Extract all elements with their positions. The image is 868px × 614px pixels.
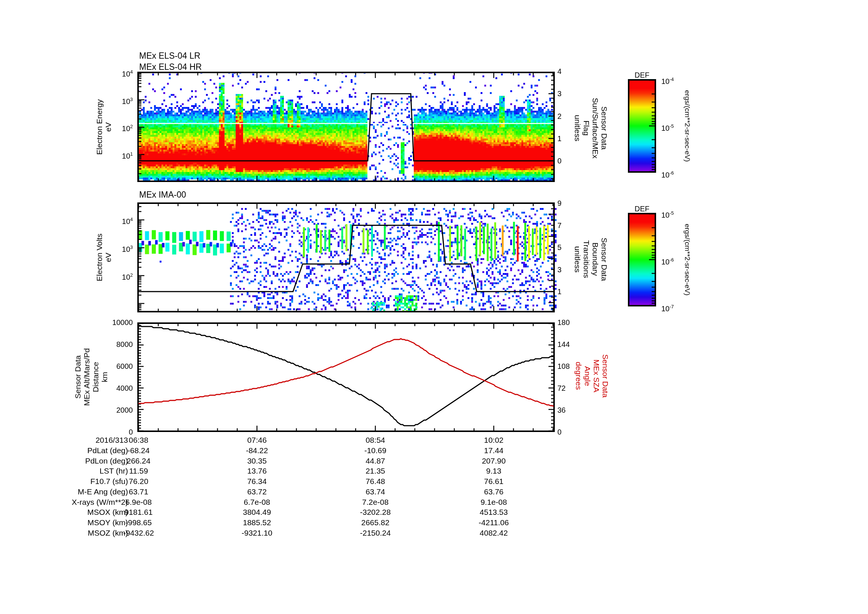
panel2-rtick-1: 7 (557, 221, 580, 230)
table-cell-1-3: 17.44 (464, 446, 524, 455)
table-cell-0-0: 06:38 (109, 435, 168, 445)
table-cell-1-2: -10.69 (346, 446, 405, 455)
table-cell-0-1: 07:46 (227, 435, 287, 445)
panel1-title-line2: MEx ELS-04 HR (139, 62, 202, 72)
colorbar1-tick-0: 10-4 (661, 75, 687, 86)
panel3-ytick-4: 2000 (96, 406, 133, 415)
colorbar1-tick-1: 10-5 (661, 122, 687, 133)
table-cell-2-3: 207.90 (464, 456, 524, 466)
panel2-rtick-0: 9 (557, 199, 580, 208)
panel3-ytick-0: 10000 (96, 318, 133, 327)
panel3-rtick-0: 180 (557, 318, 580, 327)
table-cell-4-0: 76.20 (109, 477, 168, 486)
table-cell-7-3: 4513.53 (464, 507, 524, 517)
panel1-rtick-4: 0 (557, 156, 580, 165)
panel2-rtick-4: 1 (557, 287, 580, 296)
panel3-ylabel: Sensor DataMEx Alt/Mars/Pd Distancekm (73, 348, 109, 406)
panel1-rtick-2: 2 (557, 112, 580, 121)
colorbar2-title: DEF (628, 205, 656, 213)
panel1-rtick-1: 3 (557, 89, 580, 98)
panel3-rtick-2: 108 (557, 362, 580, 371)
figure-root: MEx ELS-04 LR MEx ELS-04 HR MEx IMA-00 E… (0, 0, 868, 614)
panel2-ytick-0: 104 (107, 215, 133, 226)
table-cell-8-0: -998.65 (109, 518, 168, 527)
table-cell-2-1: 30.35 (227, 456, 287, 466)
panel1-ytick-2: 102 (107, 122, 133, 133)
panel1-right-label: Sensor DataSun/Surface/MEx Flagunitless (573, 98, 609, 158)
panel1-ytick-1: 103 (107, 95, 133, 106)
panel3-ytick-1: 8000 (96, 340, 133, 349)
table-cell-6-2: 7.2e-08 (346, 497, 405, 507)
table-cell-9-3: 4082.42 (464, 528, 524, 538)
panel2-title: MEx IMA-00 (139, 190, 186, 200)
table-cell-7-0: 9181.61 (109, 507, 168, 517)
panel3-rtick-5: 0 (557, 427, 580, 437)
table-cell-2-0: 266.24 (109, 456, 168, 466)
table-cell-3-2: 21.35 (346, 466, 405, 476)
table-cell-6-3: 9.1e-08 (464, 497, 524, 507)
panel2-rtick-2: 5 (557, 243, 580, 252)
table-cell-4-1: 76.34 (227, 477, 287, 486)
panel3-rtick-3: 72 (557, 384, 580, 393)
table-cell-5-1: 63.72 (227, 487, 287, 497)
colorbar2-tick-0: 10-5 (661, 209, 687, 219)
table-cell-3-0: 11.59 (109, 466, 168, 476)
panel3-ytick-3: 4000 (96, 384, 133, 393)
table-cell-5-0: 63.71 (109, 487, 168, 497)
table-cell-9-2: -2150.24 (346, 528, 405, 538)
table-cell-4-3: 76.61 (464, 477, 524, 486)
panel1-ytick-0: 104 (107, 68, 133, 78)
panel1-ytick-3: 101 (107, 150, 133, 160)
table-cell-9-0: -9432.62 (109, 528, 168, 538)
colorbar2-tick-2: 10-7 (661, 302, 687, 313)
panel2-ytick-2: 102 (107, 271, 133, 281)
panel1-rtick-3: 1 (557, 134, 580, 143)
table-cell-5-3: 63.76 (464, 487, 524, 497)
table-cell-8-3: -4211.06 (464, 518, 524, 527)
table-cell-0-3: 10:02 (464, 435, 524, 445)
table-cell-4-2: 76.48 (346, 477, 405, 486)
table-cell-1-1: -84.22 (227, 446, 287, 455)
table-cell-7-1: 3804.49 (227, 507, 287, 517)
panel1-title-line1: MEx ELS-04 LR (139, 51, 200, 61)
panel3-rtick-4: 36 (557, 406, 580, 415)
panel1-rtick-0: 4 (557, 67, 580, 76)
table-cell-2-2: 44.87 (346, 456, 405, 466)
table-cell-8-2: 2665.82 (346, 518, 405, 527)
table-cell-3-1: 13.76 (227, 466, 287, 476)
table-cell-5-2: 63.74 (346, 487, 405, 497)
panel3-ytick-2: 6000 (96, 362, 133, 371)
table-cell-3-3: 9.13 (464, 466, 524, 476)
panel2-ytick-1: 103 (107, 243, 133, 254)
panel2-rtick-3: 3 (557, 265, 580, 274)
table-cell-7-2: -3202.28 (346, 507, 405, 517)
table-cell-1-0: -68.24 (109, 446, 168, 455)
table-cell-8-1: 1885.52 (227, 518, 287, 527)
colorbar2-tick-1: 10-6 (661, 256, 687, 266)
table-cell-6-0: 6.9e-08 (109, 497, 168, 507)
colorbar1-tick-2: 10-6 (661, 169, 687, 179)
table-cell-9-1: -9321.10 (227, 528, 287, 538)
panel3-rtick-1: 144 (557, 340, 580, 349)
table-cell-0-2: 08:54 (346, 435, 405, 445)
table-cell-6-1: 6.7e-08 (227, 497, 287, 507)
colorbar1-title: DEF (628, 71, 656, 79)
